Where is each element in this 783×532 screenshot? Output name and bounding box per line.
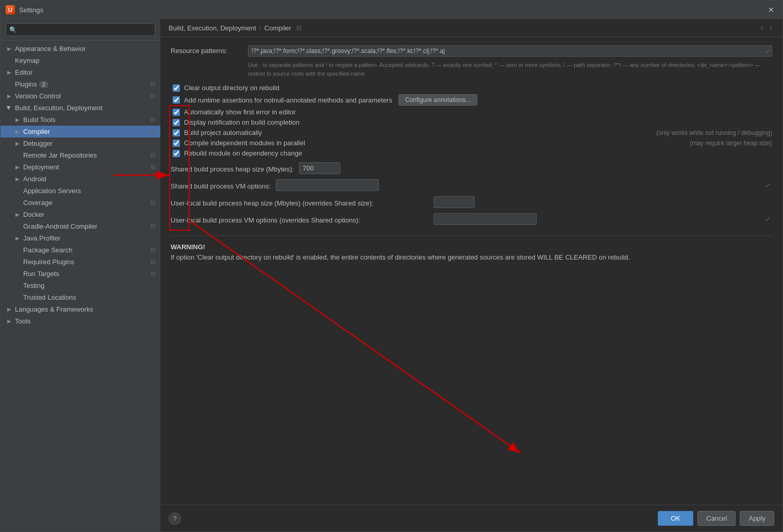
content-area: Resource patterns: ⤢ Use ; to separate p…	[160, 37, 782, 505]
search-bar: 🔍	[1, 19, 160, 41]
build-auto-note: (only works while not running / debuggin…	[646, 129, 772, 136]
shared-vm-expand-icon[interactable]: ⤢	[765, 182, 770, 189]
vc-pin: ⊟	[151, 93, 155, 99]
chevron-gradle	[14, 223, 21, 230]
shared-heap-row: Shared build process heap size (Mbytes):	[171, 162, 772, 174]
user-vm-expand-icon[interactable]: ⤢	[765, 216, 770, 223]
user-vm-label: User-local build process VM options (ove…	[171, 215, 428, 224]
resource-patterns-input[interactable]	[248, 45, 772, 57]
sidebar-label-java-profiler: Java Profiler	[23, 234, 60, 242]
settings-window: IJ Settings ✕ 🔍 ▶	[0, 0, 783, 532]
shared-heap-input[interactable]	[299, 162, 340, 174]
help-button[interactable]: ?	[169, 512, 181, 525]
sidebar-item-remote-jar[interactable]: Remote Jar Repositories ⊟	[1, 149, 160, 161]
sidebar-item-tools[interactable]: ▶ Tools	[1, 315, 160, 327]
sidebar-item-deployment[interactable]: ▶ Deployment ⊟	[1, 161, 160, 173]
cancel-button[interactable]: Cancel	[697, 511, 736, 526]
chevron-plugins	[6, 81, 13, 88]
checkbox-label-rebuild: Rebuild module on dependency change	[184, 149, 302, 157]
checkbox-row-clear-output: Clear output directory on rebuild	[173, 84, 772, 92]
resource-patterns-label: Resource patterns:	[171, 45, 243, 55]
sidebar-label-required-plugins: Required Plugins	[23, 258, 74, 266]
close-button[interactable]: ✕	[765, 4, 777, 16]
checkbox-runtime-assertions[interactable]	[173, 96, 180, 104]
sidebar: 🔍 ▶ Appearance & Behavior Keymap	[1, 19, 160, 531]
checkbox-row-auto-error: Automatically show first error in editor	[173, 108, 772, 116]
compiler-pin: ⊟	[151, 128, 155, 135]
chevron-required-plugins	[14, 259, 21, 266]
checkbox-rebuild-module[interactable]	[173, 150, 180, 157]
user-vm-input-wrap: ⤢	[434, 213, 772, 225]
sidebar-label-run-targets: Run Targets	[23, 270, 59, 278]
footer-right: OK Cancel Apply	[658, 511, 774, 526]
chevron-trusted-locations	[14, 294, 21, 301]
shared-heap-label: Shared build process heap size (Mbytes):	[171, 164, 294, 173]
checkbox-row-rebuild: Rebuild module on dependency change	[173, 149, 772, 157]
sidebar-item-debugger[interactable]: ▶ Debugger	[1, 138, 160, 149]
sidebar-item-plugins[interactable]: Plugins 2 ⊟	[1, 78, 160, 90]
checkbox-row-compile-parallel: Compile independent modules in parallel …	[173, 139, 772, 147]
sidebar-item-gradle-android[interactable]: Gradle-Android Compiler ⊟	[1, 220, 160, 232]
checkbox-clear-output[interactable]	[173, 84, 180, 92]
sidebar-item-run-targets[interactable]: Run Targets ⊟	[1, 268, 160, 280]
sidebar-item-android[interactable]: ▶ Android	[1, 173, 160, 185]
shared-vm-input[interactable]	[276, 179, 379, 191]
sidebar-item-package-search[interactable]: Package Search ⊟	[1, 244, 160, 256]
breadcrumb-separator: ›	[259, 24, 261, 31]
warning-title: WARNING!	[171, 243, 205, 251]
search-input[interactable]	[6, 23, 155, 36]
sidebar-label-build-exec: Build, Execution, Deployment	[15, 104, 103, 112]
package-search-pin: ⊟	[151, 247, 155, 253]
sidebar-items: ▶ Appearance & Behavior Keymap ▶ Editor	[1, 41, 160, 531]
sidebar-label-remote-jar: Remote Jar Repositories	[23, 151, 97, 159]
sidebar-item-testing[interactable]: Testing	[1, 280, 160, 291]
build-tools-pin: ⊟	[151, 116, 155, 123]
checkbox-auto-show-error[interactable]	[173, 109, 180, 116]
sidebar-item-coverage[interactable]: Coverage ⊟	[1, 197, 160, 209]
sidebar-item-appearance[interactable]: ▶ Appearance & Behavior	[1, 43, 160, 55]
sidebar-item-required-plugins[interactable]: Required Plugins ⊟	[1, 256, 160, 268]
sidebar-item-java-profiler[interactable]: ▶ Java Profiler	[1, 232, 160, 244]
sidebar-label-languages: Languages & Frameworks	[15, 305, 93, 313]
checkbox-label-clear-output: Clear output directory on rebuild	[184, 84, 279, 92]
apply-button[interactable]: Apply	[740, 511, 774, 526]
sidebar-item-docker[interactable]: ▶ Docker	[1, 209, 160, 220]
nav-forward-button[interactable]: ›	[768, 23, 774, 32]
chevron-android: ▶	[14, 176, 21, 183]
nav-back-button[interactable]: ‹	[758, 23, 765, 32]
sidebar-item-build-tools[interactable]: ▶ Build Tools ⊟	[1, 114, 160, 126]
checkbox-label-notification: Display notification on build completion	[184, 118, 299, 126]
sidebar-item-languages[interactable]: ▶ Languages & Frameworks	[1, 303, 160, 315]
window-wrapper: IJ Settings ✕ 🔍 ▶	[0, 0, 783, 532]
configure-annotations-button[interactable]: Configure annotations...	[398, 94, 477, 106]
user-vm-input[interactable]	[434, 213, 537, 225]
chevron-tools: ▶	[6, 318, 13, 325]
sidebar-label-plugins: Plugins	[15, 80, 37, 88]
sidebar-item-keymap[interactable]: Keymap	[1, 55, 160, 66]
coverage-pin: ⊟	[151, 199, 155, 206]
chevron-languages: ▶	[6, 306, 13, 313]
user-heap-input[interactable]	[434, 196, 475, 208]
sidebar-label-deployment: Deployment	[23, 163, 59, 171]
sidebar-label-gradle: Gradle-Android Compiler	[23, 222, 97, 230]
checkbox-build-auto[interactable]	[173, 129, 180, 136]
ok-button[interactable]: OK	[658, 511, 693, 526]
sidebar-item-compiler[interactable]: ▶ Compiler ⊟	[1, 126, 160, 138]
breadcrumb-bar: Build, Execution, Deployment › Compiler …	[160, 19, 782, 37]
checkbox-label-runtime: Add runtime assertions for notnull-annot…	[184, 96, 392, 104]
breadcrumb-nav: ‹ ›	[758, 23, 774, 32]
sidebar-item-version-control[interactable]: ▶ Version Control ⊟	[1, 90, 160, 102]
sidebar-item-build-exec[interactable]: ▶ Build, Execution, Deployment	[1, 102, 160, 114]
chevron-app-servers	[14, 187, 21, 195]
checkbox-compile-parallel[interactable]	[173, 140, 180, 147]
chevron-deployment: ▶	[14, 164, 21, 171]
sidebar-item-editor[interactable]: ▶ Editor	[1, 66, 160, 78]
sidebar-item-trusted-locations[interactable]: Trusted Locations	[1, 291, 160, 303]
user-heap-row: User-local build process heap size (Mbyt…	[171, 196, 772, 208]
user-heap-label: User-local build process heap size (Mbyt…	[171, 198, 428, 207]
expand-resource-icon[interactable]: ⤢	[765, 47, 770, 55]
compile-parallel-note: (may require larger heap size)	[679, 140, 772, 147]
breadcrumb-parent[interactable]: Build, Execution, Deployment	[169, 24, 256, 32]
checkbox-notification[interactable]	[173, 119, 180, 126]
sidebar-item-app-servers[interactable]: Application Servers	[1, 185, 160, 197]
